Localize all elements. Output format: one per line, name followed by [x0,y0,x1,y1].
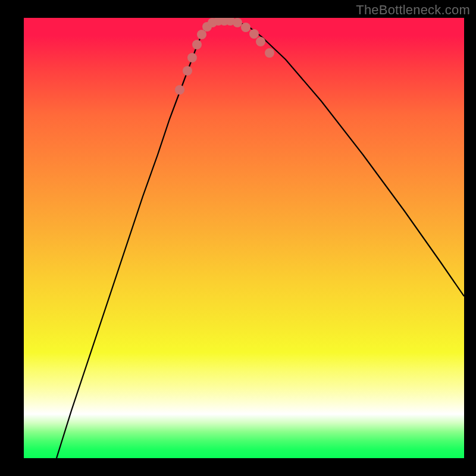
highlight-dot [233,18,242,27]
highlight-dot [197,30,206,39]
chart-svg [24,18,464,458]
bottleneck-curve [57,20,464,458]
highlight-dots [175,18,274,95]
highlight-dot [183,66,192,76]
highlight-dot [249,29,259,39]
highlight-dot [175,85,184,95]
highlight-dot [265,48,274,58]
plot-area [24,18,464,458]
highlight-dot [192,40,202,49]
highlight-dot [187,53,197,62]
chart-frame: TheBottleneck.com [0,0,476,476]
highlight-dot [256,37,265,46]
highlight-dot [241,23,250,32]
watermark-label: TheBottleneck.com [356,2,470,18]
